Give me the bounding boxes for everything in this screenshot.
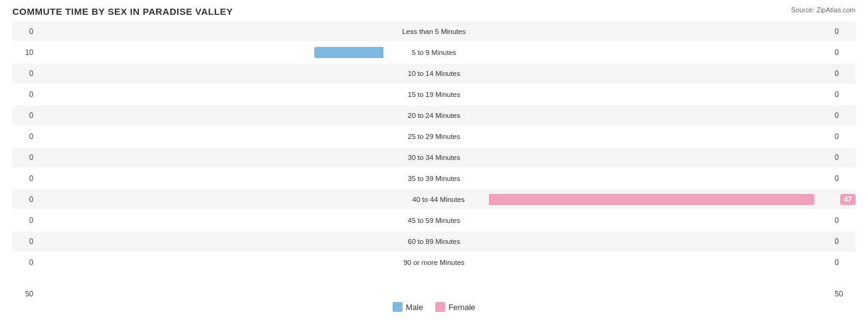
right-value: 0	[831, 111, 856, 120]
legend-male-label: Male	[406, 303, 423, 312]
female-bar	[489, 194, 814, 205]
left-value: 0	[12, 27, 37, 36]
male-side	[37, 211, 385, 230]
male-side	[37, 22, 385, 41]
value-badge: 47	[840, 194, 856, 205]
chart-row: 0 20 to 24 Minutes 0	[12, 106, 856, 125]
male-side	[37, 43, 385, 62]
row-label: 30 to 34 Minutes	[385, 154, 483, 161]
row-label: 60 to 89 Minutes	[385, 238, 483, 245]
left-value: 0	[12, 195, 37, 204]
female-side	[483, 64, 831, 83]
legend-female: Female	[435, 302, 475, 312]
chart-row: 0 25 to 29 Minutes 0	[12, 127, 856, 146]
legend-female-box	[435, 302, 445, 312]
right-value: 0	[831, 132, 856, 141]
left-value: 0	[12, 90, 37, 99]
row-label: 40 to 44 Minutes	[389, 196, 488, 203]
legend-male: Male	[393, 302, 423, 312]
female-side	[488, 190, 840, 209]
legend-male-box	[393, 302, 403, 312]
female-side	[483, 211, 831, 230]
right-value: 0	[831, 216, 856, 225]
row-label: 20 to 24 Minutes	[385, 112, 483, 119]
male-side	[37, 232, 385, 251]
left-value: 0	[12, 237, 37, 246]
chart-row: 10 5 to 9 Minutes 0	[12, 43, 856, 62]
right-value: 0	[831, 153, 856, 162]
female-side	[483, 22, 831, 41]
male-side	[37, 64, 385, 83]
female-side	[483, 43, 831, 62]
male-side	[37, 85, 385, 104]
left-value: 0	[12, 174, 37, 183]
row-label: 5 to 9 Minutes	[385, 49, 483, 56]
chart-row: 0 30 to 34 Minutes 0	[12, 148, 856, 167]
male-side	[37, 190, 389, 209]
female-side	[483, 253, 831, 272]
left-value: 10	[12, 48, 37, 57]
male-side	[37, 253, 385, 272]
row-label: 45 to 59 Minutes	[385, 217, 483, 224]
chart-row: 0 90 or more Minutes 0	[12, 253, 856, 272]
left-value: 0	[12, 69, 37, 78]
left-value: 0	[12, 111, 37, 120]
right-value: 0	[831, 48, 856, 57]
chart-title: COMMUTE TIME BY SEX IN PARADISE VALLEY	[12, 6, 856, 17]
left-value: 0	[12, 216, 37, 225]
male-side	[37, 169, 385, 188]
left-value: 0	[12, 153, 37, 162]
axis-left-label: 50	[12, 290, 37, 298]
female-side	[483, 106, 831, 125]
right-value: 0	[831, 174, 856, 183]
right-value: 0	[831, 237, 856, 246]
right-value: 0	[831, 258, 856, 267]
chart-container: COMMUTE TIME BY SEX IN PARADISE VALLEY S…	[0, 0, 868, 323]
row-label: Less than 5 Minutes	[385, 28, 483, 35]
row-label: 10 to 14 Minutes	[385, 70, 483, 77]
chart-row: 0 Less than 5 Minutes 0	[12, 22, 856, 41]
legend: Male Female	[12, 302, 856, 312]
female-side	[483, 127, 831, 146]
male-side	[37, 106, 385, 125]
chart-row: 0 40 to 44 Minutes 47	[12, 190, 856, 209]
left-value: 0	[12, 258, 37, 267]
row-label: 35 to 39 Minutes	[385, 175, 483, 182]
female-side	[483, 148, 831, 167]
right-value: 0	[831, 90, 856, 99]
axis-right-label: 50	[831, 290, 856, 298]
male-bar	[314, 47, 383, 58]
row-label: 15 to 19 Minutes	[385, 91, 483, 98]
right-value: 0	[831, 69, 856, 78]
chart-row: 0 45 to 59 Minutes 0	[12, 211, 856, 230]
male-side	[37, 127, 385, 146]
chart-row: 0 35 to 39 Minutes 0	[12, 169, 856, 188]
row-label: 25 to 29 Minutes	[385, 133, 483, 140]
chart-row: 0 10 to 14 Minutes 0	[12, 64, 856, 83]
chart-row: 0 60 to 89 Minutes 0	[12, 232, 856, 251]
legend-female-label: Female	[448, 303, 475, 312]
left-value: 0	[12, 132, 37, 141]
axis-row: 50 50	[12, 290, 856, 298]
row-label: 90 or more Minutes	[385, 259, 483, 266]
source-label: Source: ZipAtlas.com	[791, 6, 856, 14]
chart-area: 0 Less than 5 Minutes 0 10 5 to 9 Minute…	[12, 22, 856, 287]
female-side	[483, 169, 831, 188]
female-side	[483, 85, 831, 104]
male-side	[37, 148, 385, 167]
chart-row: 0 15 to 19 Minutes 0	[12, 85, 856, 104]
right-value: 0	[831, 27, 856, 36]
female-side	[483, 232, 831, 251]
